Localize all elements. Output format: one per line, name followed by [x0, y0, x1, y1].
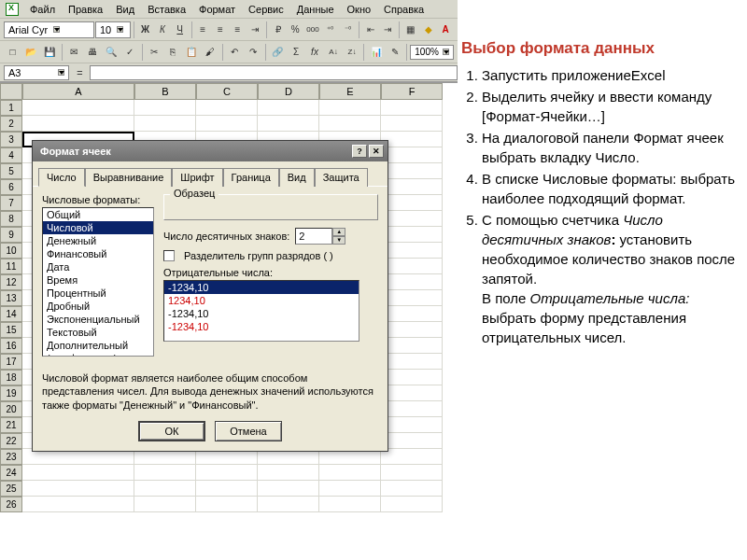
row-header[interactable]: 1	[0, 100, 22, 116]
menu-view[interactable]: Вид	[110, 3, 140, 16]
menu-tools[interactable]: Сервис	[243, 3, 289, 16]
cell[interactable]	[22, 465, 134, 481]
open-button[interactable]: 📂	[22, 43, 40, 62]
col-header[interactable]: B	[134, 83, 196, 100]
spinner-up-icon[interactable]: ▲	[332, 228, 345, 236]
cell[interactable]	[258, 465, 319, 481]
row-header[interactable]: 3	[0, 132, 22, 147]
row-header[interactable]: 23	[0, 449, 22, 465]
list-item[interactable]: (все форматы)	[43, 352, 153, 357]
font-name-combo[interactable]: Arial Cyr	[4, 21, 94, 38]
font-color-button[interactable]: A	[437, 21, 454, 39]
row-header[interactable]: 14	[0, 306, 22, 322]
cell[interactable]	[134, 116, 196, 132]
cell[interactable]	[319, 116, 381, 132]
align-left-button[interactable]: ≡	[194, 21, 211, 39]
cell[interactable]	[258, 100, 319, 116]
list-item[interactable]: Дробный	[43, 300, 153, 313]
menu-format[interactable]: Формат	[193, 3, 241, 16]
list-item[interactable]: Числовой	[43, 221, 153, 234]
cell[interactable]	[258, 481, 319, 497]
dialog-titlebar[interactable]: Формат ячеек ? ✕	[33, 141, 388, 161]
number-formats-list[interactable]: ОбщийЧисловойДенежныйФинансовыйДатаВремя…	[42, 207, 154, 357]
sum-button[interactable]: Σ	[288, 43, 305, 62]
cell[interactable]	[258, 497, 319, 512]
row-header[interactable]: 26	[0, 497, 22, 512]
sort-asc-button[interactable]: A↓	[325, 43, 343, 62]
cell[interactable]	[196, 116, 258, 132]
menu-insert[interactable]: Вставка	[142, 3, 191, 16]
list-item[interactable]: Экспоненциальный	[43, 313, 153, 326]
close-icon[interactable]: ✕	[369, 145, 384, 158]
cell[interactable]	[196, 497, 258, 512]
col-header[interactable]: A	[22, 83, 134, 100]
redo-button[interactable]: ↷	[245, 43, 262, 62]
italic-button[interactable]: К	[154, 21, 171, 39]
list-item[interactable]: Текстовый	[43, 326, 153, 339]
cell[interactable]	[319, 465, 381, 481]
row-header[interactable]: 9	[0, 227, 22, 243]
row-header[interactable]: 18	[0, 370, 22, 385]
align-center-button[interactable]: ≡	[212, 21, 229, 39]
row-header[interactable]: 21	[0, 417, 22, 433]
cell[interactable]	[381, 116, 443, 132]
cell[interactable]	[22, 116, 134, 132]
menu-edit[interactable]: Правка	[63, 3, 108, 16]
cell[interactable]	[381, 274, 443, 290]
row-header[interactable]: 4	[0, 147, 22, 163]
menu-help[interactable]: Справка	[378, 3, 430, 16]
cell[interactable]	[381, 433, 443, 449]
list-item[interactable]: -1234,10	[164, 307, 359, 320]
zoom-combo[interactable]: 100%	[410, 45, 454, 60]
cell[interactable]	[319, 100, 381, 116]
cut-button[interactable]: ✂	[146, 43, 163, 62]
row-header[interactable]: 17	[0, 354, 22, 370]
cell[interactable]	[319, 497, 381, 512]
cell[interactable]	[381, 179, 443, 195]
cell[interactable]	[381, 322, 443, 338]
row-header[interactable]: 15	[0, 322, 22, 338]
list-item[interactable]: Время	[43, 273, 153, 287]
row-header[interactable]: 8	[0, 211, 22, 227]
cell[interactable]	[381, 147, 443, 163]
tab-border[interactable]: Граница	[223, 168, 279, 187]
menu-window[interactable]: Окно	[342, 3, 377, 16]
row-header[interactable]: 12	[0, 274, 22, 290]
cell[interactable]	[196, 100, 258, 116]
cell[interactable]	[381, 132, 443, 147]
list-item[interactable]: -1234,10	[164, 320, 359, 333]
indent-inc-button[interactable]: ⇥	[380, 21, 397, 39]
indent-dec-button[interactable]: ⇤	[362, 21, 379, 39]
cell[interactable]	[22, 481, 134, 497]
row-header[interactable]: 19	[0, 385, 22, 401]
undo-button[interactable]: ↶	[226, 43, 244, 62]
drawing-button[interactable]: ✎	[386, 43, 403, 62]
sort-desc-button[interactable]: Z↓	[343, 43, 360, 62]
fill-button[interactable]: ◆	[420, 21, 437, 39]
cell[interactable]	[381, 417, 443, 433]
row-header[interactable]: 2	[0, 116, 22, 132]
ok-button[interactable]: ОК	[138, 421, 205, 441]
cell[interactable]	[381, 195, 443, 211]
tab-view[interactable]: Вид	[279, 168, 315, 187]
cell[interactable]	[381, 259, 443, 274]
formula-bar[interactable]	[90, 65, 458, 80]
tab-font[interactable]: Шрифт	[172, 168, 222, 187]
list-item[interactable]: Дополнительный	[43, 339, 153, 352]
col-header[interactable]: F	[381, 83, 443, 100]
list-item[interactable]: 1234,10	[164, 294, 359, 307]
cell[interactable]	[381, 481, 443, 497]
thousands-checkbox[interactable]	[163, 250, 175, 261]
list-item[interactable]: Общий	[43, 208, 153, 221]
cell[interactable]	[134, 481, 196, 497]
row-header[interactable]: 13	[0, 290, 22, 306]
cell[interactable]	[381, 497, 443, 512]
cell[interactable]	[381, 370, 443, 385]
row-header[interactable]: 10	[0, 243, 22, 259]
cell[interactable]	[381, 385, 443, 401]
cell[interactable]	[134, 100, 196, 116]
cell[interactable]	[134, 497, 196, 512]
link-button[interactable]: 🔗	[269, 43, 287, 62]
cancel-button[interactable]: Отмена	[215, 421, 282, 441]
cell[interactable]	[381, 227, 443, 243]
